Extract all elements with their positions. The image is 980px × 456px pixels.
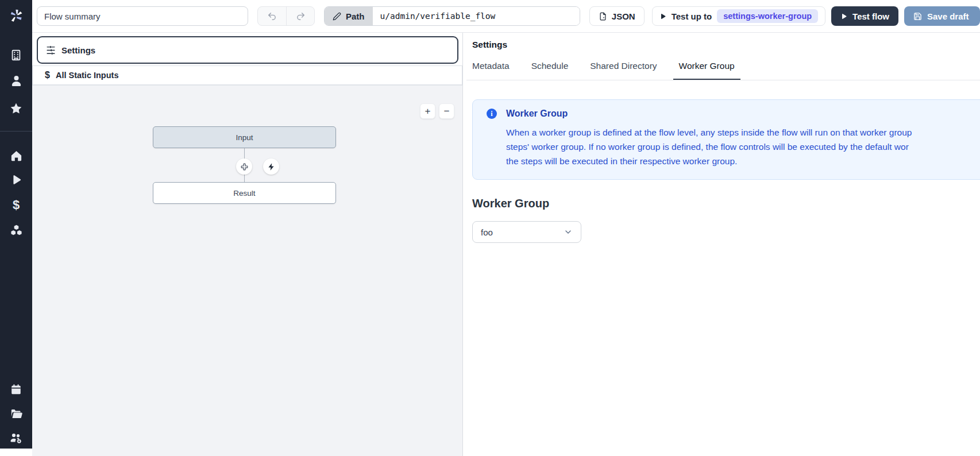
test-flow-label: Test flow (852, 11, 889, 21)
folder-open-icon (10, 407, 23, 420)
test-up-to-label: Test up to (672, 11, 712, 21)
alert-body: When a worker group is defined at the fl… (506, 125, 980, 168)
save-icon (913, 12, 922, 21)
sidebar-item-resources[interactable] (0, 222, 32, 237)
topbar: Path u/admin/verifiable_flow JSON Test u… (32, 0, 980, 33)
undo-icon (267, 11, 277, 21)
trigger-bolt-button[interactable] (263, 159, 279, 175)
sidebar-item-variables[interactable]: $ (0, 198, 32, 212)
sidebar-item-user[interactable] (0, 73, 32, 88)
flow-settings-button[interactable]: Settings (37, 36, 458, 64)
add-step-button[interactable] (236, 159, 252, 175)
sidebar-bottom-gap (0, 449, 32, 456)
sidebar-item-schedules[interactable] (0, 382, 32, 397)
path-value: u/admin/verifiable_flow (373, 7, 580, 25)
users-settings-icon (9, 431, 23, 445)
test-up-to-target-badge: settings-worker-group (717, 9, 818, 23)
all-static-inputs-label: All Static Inputs (56, 71, 119, 80)
path-label-text: Path (346, 11, 365, 21)
worker-group-select-value: foo (481, 227, 493, 237)
home-icon (10, 149, 23, 163)
flow-summary-input[interactable] (37, 6, 248, 26)
user-icon (10, 74, 23, 87)
worker-group-select[interactable]: foo (472, 221, 581, 243)
tab-metadata[interactable]: Metadata (466, 57, 515, 80)
alert-header: i Worker Group (487, 109, 980, 119)
main-area: Path u/admin/verifiable_flow JSON Test u… (32, 0, 980, 456)
info-icon: i (487, 109, 497, 119)
test-flow-button[interactable]: Test flow (831, 6, 898, 26)
windmill-logo-icon (7, 7, 25, 25)
settings-tabs: Metadata Schedule Shared Directory Worke… (466, 57, 980, 80)
pencil-icon (333, 12, 341, 21)
file-json-icon (599, 12, 607, 21)
dollar-icon: $ (45, 70, 50, 80)
sidebar-item-workspace[interactable] (0, 48, 32, 63)
input-node[interactable]: Input (153, 126, 336, 148)
tab-worker-group[interactable]: Worker Group (673, 57, 740, 80)
path-label: Path (325, 7, 373, 25)
flow-panel: Settings $ All Static Inputs + − Input (32, 33, 463, 456)
all-static-inputs-button[interactable]: $ All Static Inputs (32, 65, 462, 85)
sidebar-item-groups[interactable] (0, 430, 32, 445)
windmill-logo[interactable] (0, 0, 32, 32)
sliders-icon (46, 45, 56, 55)
sidebar-item-runs[interactable] (0, 172, 32, 187)
flow-settings-label: Settings (61, 45, 95, 55)
tab-shared-directory[interactable]: Shared Directory (584, 57, 662, 80)
alert-line: steps' worker group. If no worker group … (506, 140, 980, 154)
alert-line: When a worker group is defined at the fl… (506, 125, 980, 140)
chevron-down-icon (564, 227, 573, 237)
plus-cross-icon (240, 162, 249, 172)
dollar-icon: $ (13, 198, 20, 212)
play-icon (659, 13, 666, 20)
sidebar-item-home[interactable] (0, 148, 32, 163)
content-row: Settings $ All Static Inputs + − Input (32, 33, 980, 456)
settings-panel-title: Settings (472, 40, 980, 50)
save-draft-button[interactable]: Save draft (904, 6, 980, 26)
redo-icon (296, 11, 306, 21)
calendar-icon (10, 383, 22, 396)
settings-panel: Settings Metadata Schedule Shared Direct… (463, 33, 980, 456)
tab-schedule[interactable]: Schedule (526, 57, 574, 80)
sidebar: $ (0, 0, 32, 456)
app-root: $ (0, 0, 980, 456)
worker-group-section-title: Worker Group (472, 197, 980, 210)
zoom-out-button[interactable]: − (439, 103, 454, 119)
worker-group-info-alert: i Worker Group When a worker group is de… (472, 99, 980, 180)
alert-line: the steps will be executed in their resp… (506, 154, 980, 168)
history-group (257, 6, 315, 26)
result-node[interactable]: Result (153, 182, 336, 204)
test-up-to-button[interactable]: Test up to settings-worker-group (652, 6, 825, 26)
alert-title: Worker Group (506, 109, 568, 119)
json-button[interactable]: JSON (589, 6, 645, 26)
boxes-icon (10, 223, 23, 237)
sidebar-item-folders[interactable] (0, 406, 32, 421)
sidebar-divider (0, 131, 32, 132)
bolt-icon (267, 163, 276, 171)
path-group[interactable]: Path u/admin/verifiable_flow (324, 6, 580, 26)
undo-button[interactable] (258, 7, 286, 25)
zoom-in-button[interactable]: + (420, 103, 435, 119)
sidebar-item-favorites[interactable] (0, 101, 32, 116)
save-draft-label: Save draft (927, 11, 969, 21)
flow-canvas[interactable]: + − Input Result (32, 85, 462, 456)
play-icon (840, 13, 847, 20)
json-button-label: JSON (612, 11, 635, 21)
flow-header: Settings $ All Static Inputs (32, 33, 462, 85)
star-icon (9, 102, 23, 115)
play-icon (10, 173, 22, 186)
redo-button[interactable] (286, 7, 314, 25)
building-icon (10, 49, 22, 61)
